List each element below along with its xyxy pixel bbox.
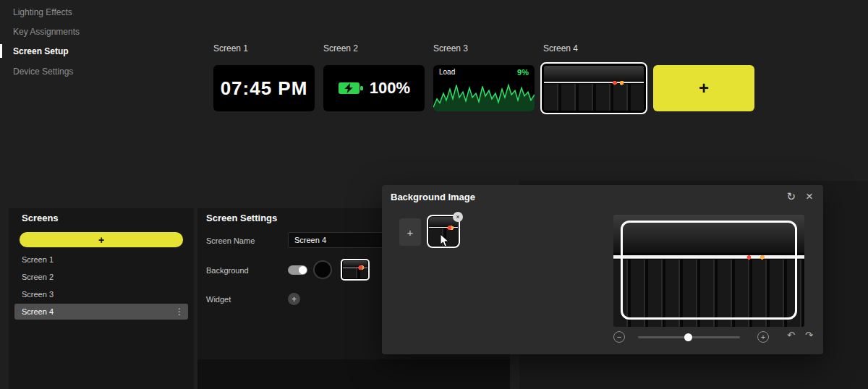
load-value: 9% — [517, 68, 529, 77]
screen3-preview-load[interactable]: Load 9% — [433, 65, 535, 111]
screen1-preview-clock[interactable]: 07:45 PM — [213, 65, 315, 111]
background-toggle[interactable] — [288, 265, 307, 275]
screen4-label: Screen 4 — [543, 43, 578, 54]
background-label: Background — [206, 266, 249, 275]
zoom-out-button[interactable]: − — [613, 331, 625, 343]
uploaded-image-thumb[interactable]: × — [427, 215, 460, 248]
panel-footer-strip — [197, 359, 510, 389]
battery-percent: 100% — [370, 79, 410, 98]
background-image-modal: Background Image ↻ × + × − + ↶ ↷ — [382, 185, 823, 354]
clock-time: 07:45 PM — [221, 77, 308, 100]
app-window: Lighting Effects Key Assignments Screen … — [0, 0, 868, 389]
widget-label: Widget — [206, 295, 231, 304]
active-item-indicator — [0, 44, 2, 58]
screens-panel: Screens + Screen 1 Screen 2 Screen 3 Scr… — [9, 208, 194, 389]
image-crop-preview[interactable] — [613, 215, 804, 327]
screen2-preview-battery[interactable]: 100% — [323, 65, 425, 111]
item-overflow-menu-icon[interactable]: ⋮ — [175, 304, 184, 320]
sidebar-item-device-settings[interactable]: Device Settings — [13, 65, 73, 78]
settings-panel-title: Screen Settings — [206, 213, 277, 223]
remove-image-badge[interactable]: × — [453, 212, 463, 222]
rotate-right-icon[interactable]: ↷ — [805, 330, 813, 341]
keyboard-background-image — [343, 261, 367, 278]
sidebar-item-screen-setup[interactable]: Screen Setup — [13, 45, 69, 58]
screen-name-input[interactable] — [288, 232, 388, 248]
toggle-knob — [299, 266, 307, 274]
refresh-icon[interactable]: ↻ — [786, 190, 796, 203]
screen2-label: Screen 2 — [323, 43, 358, 54]
sidebar-item-lighting-effects[interactable]: Lighting Effects — [13, 6, 72, 19]
battery-widget: 100% — [338, 79, 410, 98]
screens-panel-title: Screens — [22, 213, 59, 223]
background-color-swatch[interactable] — [313, 260, 332, 279]
modal-title: Background Image — [391, 192, 475, 202]
screen-name-label: Screen Name — [206, 236, 255, 245]
zoom-in-button[interactable]: + — [757, 331, 769, 343]
screens-list-item-4-selected[interactable]: Screen 4 ⋮ — [14, 304, 188, 320]
add-image-button[interactable]: + — [399, 218, 421, 246]
screen4-preview-selected[interactable] — [540, 62, 647, 114]
screens-list-item-1[interactable]: Screen 1 — [14, 252, 188, 268]
screens-list-item-3[interactable]: Screen 3 — [14, 286, 188, 302]
sidebar-item-key-assignments[interactable]: Key Assignments — [13, 25, 80, 38]
zoom-slider-thumb[interactable] — [684, 333, 692, 341]
load-label: Load — [439, 68, 455, 76]
screen1-label: Screen 1 — [213, 43, 248, 54]
rotate-left-icon[interactable]: ↶ — [787, 330, 795, 341]
keyboard-background-image — [544, 66, 644, 111]
close-icon[interactable]: × — [806, 190, 813, 203]
screen3-label: Screen 3 — [433, 43, 468, 54]
screens-list-item-label: Screen 4 — [22, 307, 54, 316]
add-screen-button[interactable]: + — [20, 232, 183, 247]
add-screen-tile-button[interactable]: + — [653, 65, 754, 111]
battery-charging-icon — [338, 81, 364, 95]
screens-list-item-2[interactable]: Screen 2 — [14, 269, 188, 285]
zoom-slider[interactable] — [638, 336, 740, 338]
crop-frame[interactable] — [621, 221, 797, 320]
background-image-thumb-selected[interactable] — [341, 259, 370, 281]
keyboard-background-image — [429, 217, 458, 246]
add-widget-button[interactable]: + — [288, 293, 300, 305]
load-graph — [433, 78, 535, 111]
